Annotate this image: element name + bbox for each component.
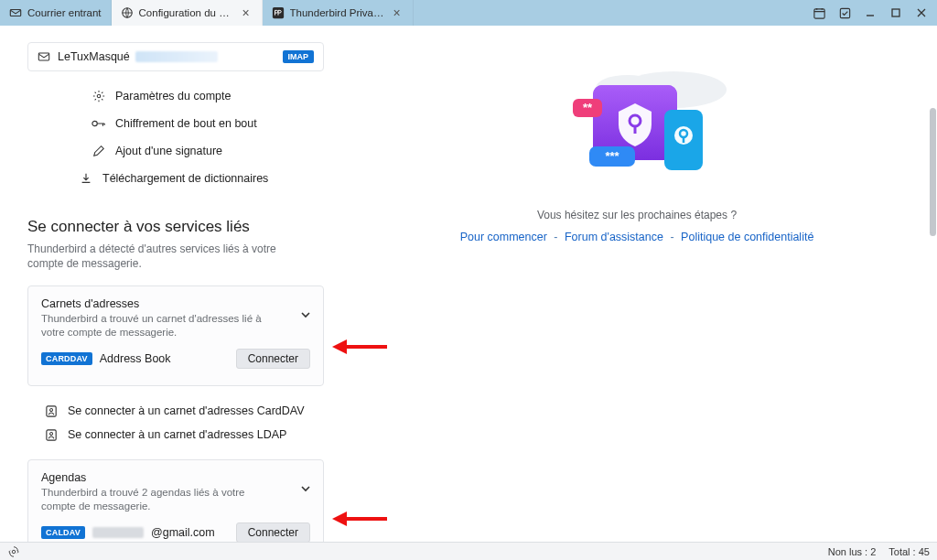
addressbook-row: CARDDAV Address Book Connecter xyxy=(41,349,310,369)
tab-account-config[interactable]: Configuration du compte × xyxy=(112,0,263,26)
tab-label: Courrier entrant xyxy=(27,7,102,18)
addressbook-icon xyxy=(44,427,59,442)
annotation-arrow xyxy=(332,510,387,528)
svg-point-12 xyxy=(49,432,52,435)
addressbook-icon xyxy=(44,404,59,418)
link-label: Se connecter à un carnet d'adresses LDAP xyxy=(68,428,286,441)
chevron-down-icon[interactable] xyxy=(299,482,312,495)
panel-desc: Thunderbird a trouvé un carnet d'adresse… xyxy=(41,312,265,339)
download-icon xyxy=(79,171,93,186)
svg-point-10 xyxy=(49,408,52,411)
sync-icon[interactable] xyxy=(7,545,20,558)
separator: - xyxy=(666,231,677,243)
addressbook-name: Address Book xyxy=(100,352,171,365)
chevron-down-icon[interactable] xyxy=(299,308,312,321)
content-area: LeTuxMasqué IMAP Paramètres du compte Ch… xyxy=(0,26,937,542)
privacy-policy-link[interactable]: Politique de confidentialité xyxy=(681,231,813,243)
site-icon xyxy=(272,6,285,19)
addressbook-extra-links: Se connecter à un carnet d'adresses Card… xyxy=(44,399,324,447)
scrollbar-thumb[interactable] xyxy=(930,108,936,236)
close-window-icon[interactable] xyxy=(911,3,932,23)
agendas-panel: Agendas Thunderbird a trouvé 2 agendas l… xyxy=(27,459,324,542)
connect-button[interactable]: Connecter xyxy=(236,522,310,542)
inbox-icon xyxy=(9,6,22,19)
account-name: LeTuxMasqué xyxy=(58,50,130,63)
minimize-icon[interactable] xyxy=(860,3,880,23)
help-links: Pour commencer - Forum d'assistance - Po… xyxy=(460,231,814,243)
menu-add-signature[interactable]: Ajout d'une signature xyxy=(27,137,324,165)
agenda-name: @gmail.com xyxy=(151,526,215,539)
connect-carddav-link[interactable]: Se connecter à un carnet d'adresses Card… xyxy=(44,399,324,423)
linked-services-title: Se connecter à vos services liés xyxy=(27,218,324,236)
connect-ldap-link[interactable]: Se connecter à un carnet d'adresses LDAP xyxy=(44,423,324,447)
connect-button[interactable]: Connecter xyxy=(236,349,310,369)
protocol-badge: CALDAV xyxy=(41,526,85,539)
redacted-email xyxy=(135,51,218,62)
tasks-icon[interactable] xyxy=(835,3,855,23)
menu-label: Paramètres du compte xyxy=(115,90,231,102)
account-menu: Paramètres du compte Chiffrement de bout… xyxy=(27,82,324,192)
svg-rect-3 xyxy=(813,8,824,17)
annotation-arrow xyxy=(332,338,387,356)
panel-title: Agendas xyxy=(41,471,310,484)
menu-account-settings[interactable]: Paramètres du compte xyxy=(27,82,324,110)
protocol-badge: IMAP xyxy=(283,50,315,63)
panel-title: Carnets d'adresses xyxy=(41,297,310,310)
menu-label: Chiffrement de bout en bout xyxy=(115,117,257,130)
svg-point-7 xyxy=(97,94,101,98)
maximize-icon[interactable] xyxy=(886,3,906,23)
panel-desc: Thunderbird a trouvé 2 agendas liés à vo… xyxy=(41,486,265,513)
account-card: LeTuxMasqué IMAP xyxy=(27,42,324,71)
separator: - xyxy=(550,231,561,243)
close-icon[interactable]: × xyxy=(391,6,404,19)
gear-icon xyxy=(92,89,106,103)
menu-label: Téléchargement de dictionnaires xyxy=(102,172,268,185)
link-label: Se connecter à un carnet d'adresses Card… xyxy=(68,404,305,417)
menu-e2e-encryption[interactable]: Chiffrement de bout en bout xyxy=(27,110,324,137)
svg-text:**: ** xyxy=(583,101,593,114)
svg-point-8 xyxy=(92,121,97,125)
hero-area: ** *** Vous hésitez sur les prochaines é… xyxy=(337,26,937,262)
total-count: Total : 45 xyxy=(889,546,930,557)
globe-icon xyxy=(121,6,134,19)
svg-point-26 xyxy=(12,550,16,554)
statusbar: Non lus : 2 Total : 45 xyxy=(0,542,937,560)
linked-services-desc: Thunderbird a détecté d'autres services … xyxy=(27,242,302,271)
svg-rect-5 xyxy=(892,9,899,16)
tab-privacy-notice[interactable]: Thunderbird Privacy Notice × xyxy=(263,0,414,26)
getting-started-link[interactable]: Pour commencer xyxy=(460,231,547,243)
unread-count: Non lus : 2 xyxy=(828,546,877,557)
key-icon xyxy=(92,116,106,131)
agenda-row: CALDAV @gmail.com Connecter xyxy=(41,522,310,542)
titlebar: Courrier entrant Configuration du compte… xyxy=(0,0,937,26)
tab-inbox[interactable]: Courrier entrant xyxy=(0,0,112,26)
svg-rect-6 xyxy=(38,53,48,60)
hesitate-text: Vous hésitez sur les prochaines étapes ? xyxy=(537,209,737,221)
svg-rect-4 xyxy=(840,8,849,17)
protocol-badge: CARDDAV xyxy=(41,352,92,365)
window-controls xyxy=(803,0,937,26)
redacted-text xyxy=(92,527,144,538)
tab-label: Configuration du compte xyxy=(139,7,234,18)
illustration: ** *** xyxy=(536,62,738,181)
support-forum-link[interactable]: Forum d'assistance xyxy=(565,231,663,243)
calendar-icon[interactable] xyxy=(809,3,829,23)
addressbooks-panel: Carnets d'adresses Thunderbird a trouvé … xyxy=(27,285,324,386)
menu-label: Ajout d'une signature xyxy=(115,145,222,157)
svg-text:***: *** xyxy=(605,149,619,163)
tab-label: Thunderbird Privacy Notice xyxy=(290,7,385,18)
account-icon xyxy=(38,50,50,63)
menu-download-dictionaries[interactable]: Téléchargement de dictionnaires xyxy=(27,165,324,192)
pencil-icon xyxy=(92,144,106,158)
tab-strip: Courrier entrant Configuration du compte… xyxy=(0,0,803,26)
close-icon[interactable]: × xyxy=(240,6,253,19)
